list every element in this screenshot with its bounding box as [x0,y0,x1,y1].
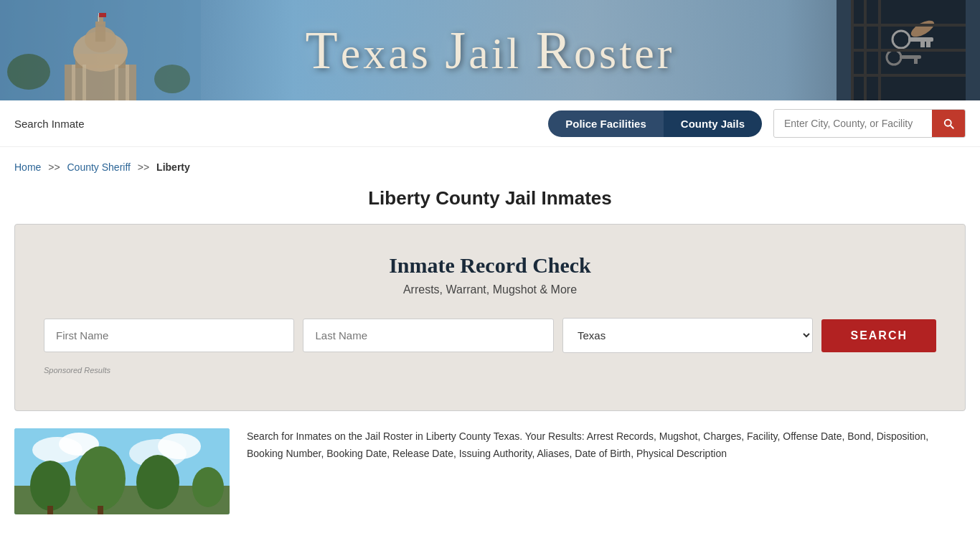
svg-point-36 [158,433,201,459]
page-title-section: Liberty County Jail Inmates [0,180,980,224]
capitol-icon [0,0,201,100]
svg-point-39 [136,455,179,509]
liberty-county-image [14,428,230,514]
navbar: Search Inmate Police Facilities County J… [0,100,980,147]
breadcrumb-county-sheriff-link[interactable]: County Sheriff [67,161,131,173]
record-check-form: AlabamaAlaskaArizonaArkansasCaliforniaCo… [44,318,936,353]
svg-point-37 [30,461,70,511]
breadcrumb-separator-1: >> [48,161,60,173]
svg-rect-21 [920,42,925,47]
svg-rect-9 [83,65,86,100]
breadcrumb-home-link[interactable]: Home [14,161,41,173]
svg-rect-6 [95,22,105,42]
county-jails-button[interactable]: County Jails [664,110,762,137]
tree-icon [14,428,230,514]
keys-icon [851,0,966,100]
bottom-description: Search for Inmates on the Jail Roster in… [247,428,966,463]
record-search-button[interactable]: SEARCH [821,319,936,352]
state-select[interactable]: AlabamaAlaskaArizonaArkansasCaliforniaCo… [562,318,813,353]
svg-point-40 [192,467,224,507]
svg-rect-23 [900,55,921,59]
svg-rect-10 [115,65,118,100]
page-title: Liberty County Jail Inmates [14,187,966,209]
facility-search-button[interactable] [932,110,965,137]
site-title: Texas Jail Roster [305,20,674,81]
svg-point-13 [154,65,190,93]
header-banner: Texas Jail Roster [0,0,980,100]
facility-search-box [773,109,966,138]
record-check-subtitle: Arrests, Warrant, Mugshot & More [44,283,936,296]
svg-rect-20 [926,42,930,47]
bottom-section: Search for Inmates on the Jail Roster in… [0,411,980,532]
breadcrumb-separator-2: >> [138,161,149,173]
svg-rect-24 [914,59,918,64]
svg-rect-41 [47,506,53,514]
svg-point-38 [75,446,126,511]
last-name-input[interactable] [303,319,553,352]
breadcrumb: Home >> County Sheriff >> Liberty [0,147,980,180]
first-name-input[interactable] [44,319,294,352]
svg-rect-42 [98,506,103,514]
svg-rect-15 [99,13,106,17]
record-check-title: Inmate Record Check [44,253,936,278]
nav-buttons: Police Facilities County Jails [548,110,762,137]
sponsored-label: Sponsored Results [44,366,936,375]
breadcrumb-current: Liberty [156,161,190,173]
search-icon [942,117,955,130]
search-inmate-label: Search Inmate [14,118,85,130]
svg-rect-11 [126,65,129,100]
svg-rect-14 [98,13,99,22]
keys-image [837,0,980,100]
police-facilities-button[interactable]: Police Facilities [548,110,664,137]
facility-search-input[interactable] [774,110,932,136]
svg-rect-8 [72,65,75,100]
svg-point-12 [7,54,50,90]
record-check-section: Inmate Record Check Arrests, Warrant, Mu… [14,224,966,411]
svg-rect-19 [908,37,933,42]
